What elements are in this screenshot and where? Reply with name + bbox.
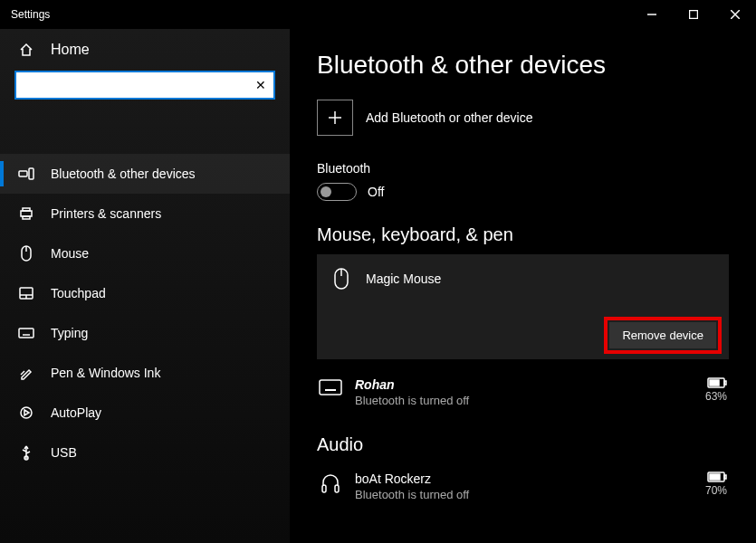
category-audio: Audio (317, 434, 729, 455)
sidebar-item-touchpad[interactable]: Touchpad (0, 273, 290, 313)
pen-icon (18, 366, 34, 380)
mouse-icon (18, 245, 34, 262)
bluetooth-devices-icon (18, 167, 34, 180)
sidebar-item-mouse[interactable]: Mouse (0, 233, 290, 273)
headphones-icon (319, 473, 342, 495)
autoplay-icon (18, 405, 34, 420)
keyboard-icon (319, 379, 342, 395)
svg-rect-27 (320, 380, 341, 395)
bluetooth-toggle[interactable] (317, 183, 357, 201)
svg-rect-14 (19, 329, 33, 338)
battery-icon (705, 377, 727, 390)
highlight-annotation: Remove device (604, 317, 722, 354)
mouse-icon (330, 267, 353, 291)
svg-rect-35 (724, 381, 726, 385)
device-name: Rohan (355, 377, 693, 392)
svg-rect-7 (23, 208, 30, 211)
printer-icon (18, 206, 34, 221)
sidebar: Home ✕ Bluetooth & other devices Printer… (0, 29, 290, 543)
window-title: Settings (11, 8, 50, 21)
sidebar-item-label: Pen & Windows Ink (51, 366, 160, 380)
sidebar-item-printers[interactable]: Printers & scanners (0, 194, 290, 233)
add-device-label: Add Bluetooth or other device (366, 110, 532, 125)
svg-rect-1 (690, 11, 698, 19)
svg-rect-6 (21, 211, 32, 216)
close-button[interactable] (714, 0, 756, 29)
sidebar-item-label: Mouse (51, 246, 89, 261)
bluetooth-toggle-state: Off (368, 185, 384, 199)
touchpad-icon (18, 287, 34, 300)
sidebar-item-usb[interactable]: USB (0, 433, 290, 472)
sidebar-item-pen[interactable]: Pen & Windows Ink (0, 353, 290, 393)
sidebar-item-label: Bluetooth & other devices (51, 167, 196, 181)
device-status: Bluetooth is turned off (355, 394, 693, 407)
home-nav[interactable]: Home (0, 29, 290, 71)
battery-percentage: 63% (705, 390, 727, 403)
sidebar-item-typing[interactable]: Typing (0, 313, 290, 353)
sidebar-item-bluetooth[interactable]: Bluetooth & other devices (0, 154, 290, 194)
search-field[interactable] (24, 79, 255, 92)
svg-rect-8 (23, 216, 30, 219)
svg-rect-40 (724, 475, 726, 479)
add-device-button[interactable]: Add Bluetooth or other device (317, 100, 729, 136)
device-name: boAt Rockerz (355, 472, 693, 486)
battery-percentage: 70% (705, 484, 727, 497)
titlebar: Settings (0, 0, 756, 29)
category-mouse-keyboard-pen: Mouse, keyboard, & pen (317, 224, 729, 245)
sidebar-item-label: Typing (51, 326, 88, 340)
sidebar-item-autoplay[interactable]: AutoPlay (0, 393, 290, 433)
sidebar-item-label: Printers & scanners (51, 206, 161, 221)
maximize-button[interactable] (673, 0, 714, 29)
plus-icon (317, 100, 353, 136)
clear-icon[interactable]: ✕ (255, 78, 266, 92)
device-status: Bluetooth is turned off (355, 488, 693, 501)
keyboard-icon (18, 328, 34, 338)
device-row[interactable]: Rohan Bluetooth is turned off 63% (317, 370, 729, 414)
search-input[interactable]: ✕ (14, 71, 275, 100)
minimize-button[interactable] (631, 0, 673, 29)
svg-rect-38 (335, 485, 339, 492)
usb-icon (18, 444, 34, 461)
home-label: Home (51, 42, 90, 58)
svg-rect-36 (710, 380, 719, 386)
device-row[interactable]: boAt Rockerz Bluetooth is turned off 70% (317, 464, 729, 509)
bluetooth-section-label: Bluetooth (317, 161, 729, 176)
svg-rect-5 (29, 168, 33, 179)
svg-rect-4 (19, 171, 27, 176)
svg-rect-37 (322, 485, 326, 492)
sidebar-item-label: Touchpad (51, 286, 106, 300)
home-icon (18, 43, 34, 57)
content-area: Bluetooth & other devices Add Bluetooth … (290, 29, 756, 543)
battery-icon (705, 472, 727, 484)
device-name: Magic Mouse (366, 272, 441, 286)
sidebar-item-label: AutoPlay (51, 405, 101, 420)
remove-device-button[interactable]: Remove device (609, 322, 716, 348)
sidebar-item-label: USB (51, 445, 77, 460)
page-title: Bluetooth & other devices (317, 51, 729, 80)
svg-rect-41 (710, 474, 720, 480)
device-card-selected[interactable]: Magic Mouse Remove device (317, 254, 729, 359)
